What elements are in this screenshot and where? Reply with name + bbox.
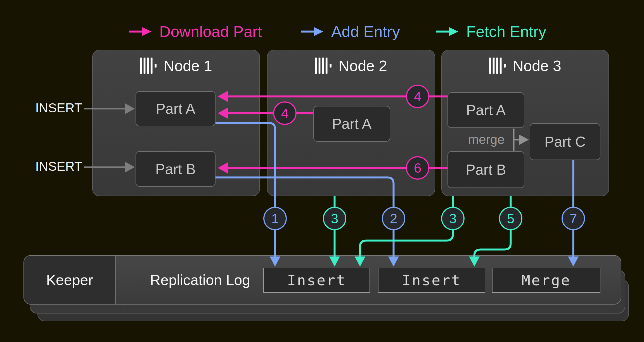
replication-diagram: Download Part Add Entry Fetch Entry INSE… xyxy=(0,0,644,342)
fetch-entry-line-5 xyxy=(469,196,511,267)
badge-step-7: 7 xyxy=(562,207,585,230)
badge-download-4b: 4 xyxy=(273,101,297,125)
badge-download-6: 6 xyxy=(406,156,429,180)
fetch-entry-line-3b xyxy=(355,196,453,267)
download-line-node2a-to-node1a xyxy=(218,108,313,119)
badge-step-1: 1 xyxy=(263,207,287,230)
badge-download-4a: 4 xyxy=(406,85,429,108)
badge-step-5: 5 xyxy=(499,207,522,230)
badge-step-3b: 3 xyxy=(441,207,465,230)
add-entry-line-2 xyxy=(216,177,399,267)
badge-step-3a: 3 xyxy=(323,207,346,230)
insert-arrow-1 xyxy=(84,103,135,114)
merge-arrow xyxy=(514,129,529,151)
connector-lines xyxy=(0,0,644,342)
insert-arrow-2 xyxy=(84,162,135,173)
badge-step-2: 2 xyxy=(382,207,405,230)
add-entry-line-1 xyxy=(216,123,280,267)
